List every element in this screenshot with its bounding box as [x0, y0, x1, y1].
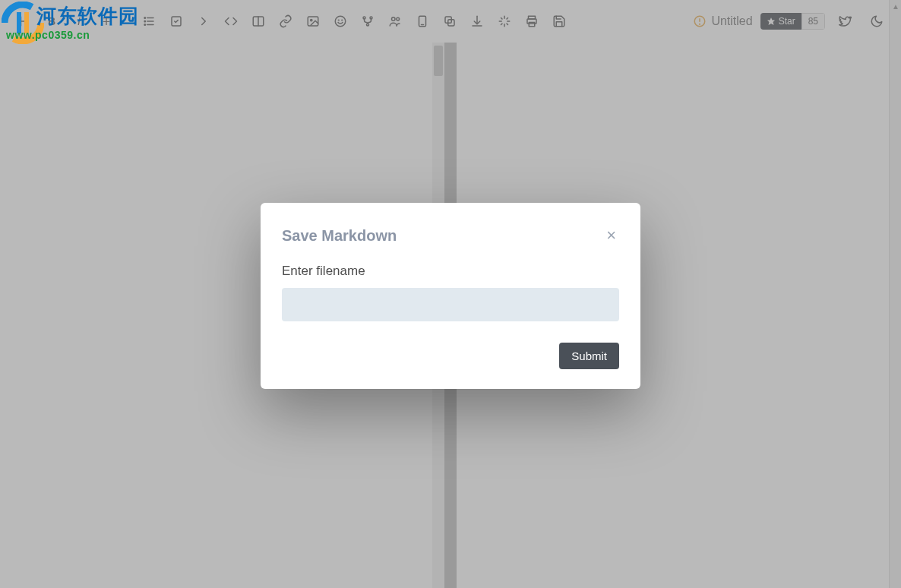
filename-label: Enter filename: [282, 264, 619, 279]
submit-button[interactable]: Submit: [559, 343, 619, 369]
close-icon[interactable]: ×: [603, 224, 619, 247]
filename-input[interactable]: [282, 288, 619, 321]
modal-title: Save Markdown: [282, 227, 397, 245]
save-markdown-dialog: Save Markdown × Enter filename Submit: [261, 203, 640, 389]
